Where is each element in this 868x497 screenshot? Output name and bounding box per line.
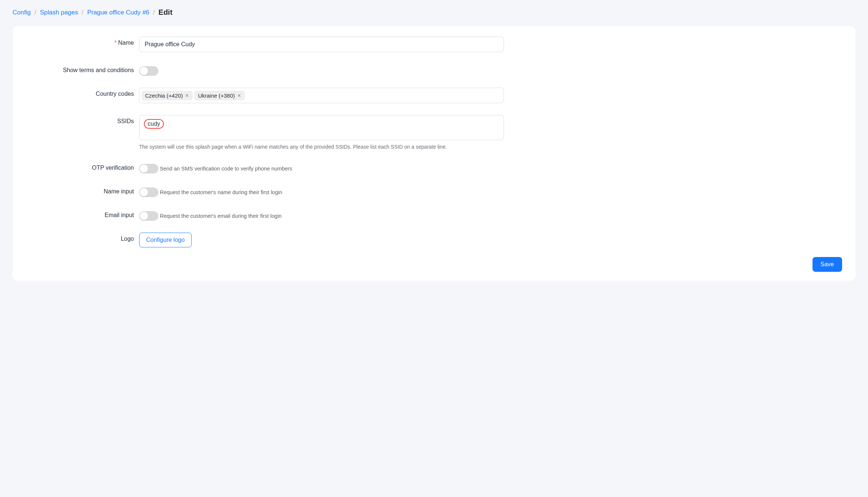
breadcrumb-separator: / [34, 9, 36, 16]
breadcrumb-current: Edit [158, 8, 172, 17]
country-tag-label: Ukraine (+380) [198, 92, 235, 99]
email-input-toggle[interactable] [139, 211, 158, 221]
breadcrumb: Config / Splash pages / Prague office Cu… [13, 0, 855, 26]
toggle-handle [140, 212, 148, 220]
label-email-input: Email input [26, 209, 139, 219]
label-otp: OTP verification [26, 162, 139, 171]
name-input-field[interactable] [139, 37, 504, 52]
row-name-input: Name input Request the customer's name d… [26, 185, 842, 197]
country-tag: Ukraine (+380) ✕ [195, 91, 245, 100]
row-otp: OTP verification Send an SMS verificatio… [26, 162, 842, 173]
toggle-handle [140, 165, 148, 173]
ssid-highlight: cudy [144, 119, 164, 129]
close-icon[interactable]: ✕ [237, 93, 241, 98]
terms-toggle[interactable] [139, 66, 158, 76]
breadcrumb-separator: / [153, 9, 155, 16]
row-ssids: SSIDs cudy The system will use this spla… [26, 115, 842, 150]
breadcrumb-separator: / [82, 9, 84, 16]
label-country-codes: Country codes [26, 88, 139, 97]
country-tag-label: Czechia (+420) [145, 92, 183, 99]
ssids-help: The system will use this splash page whe… [139, 144, 504, 150]
toggle-handle [140, 188, 148, 196]
row-country-codes: Country codes Czechia (+420) ✕ Ukraine (… [26, 88, 842, 103]
form-footer: Save [26, 254, 842, 272]
configure-logo-button[interactable]: Configure logo [139, 233, 192, 247]
ssids-textarea[interactable]: cudy [139, 115, 504, 140]
email-input-help: Request the customer's email during thei… [160, 213, 282, 219]
name-input-help: Request the customer's name during their… [160, 189, 282, 195]
country-tag: Czechia (+420) ✕ [142, 91, 192, 100]
breadcrumb-splash-pages[interactable]: Splash pages [40, 9, 78, 16]
breadcrumb-config[interactable]: Config [13, 9, 31, 16]
required-mark: * [114, 40, 117, 46]
breadcrumb-item-page[interactable]: Prague office Cudy #6 [87, 9, 149, 16]
toggle-handle [140, 67, 148, 75]
label-name-input: Name input [26, 185, 139, 195]
name-input-toggle[interactable] [139, 187, 158, 197]
otp-toggle[interactable] [139, 164, 158, 173]
otp-help: Send an SMS verification code to verify … [160, 166, 292, 172]
label-terms: Show terms and conditions [26, 64, 139, 74]
label-ssids: SSIDs [26, 115, 139, 125]
row-name: *Name [26, 37, 842, 52]
form-card: *Name Show terms and conditions Country … [13, 26, 855, 281]
row-terms: Show terms and conditions [26, 64, 842, 76]
close-icon[interactable]: ✕ [185, 93, 189, 98]
label-logo: Logo [26, 233, 139, 242]
row-email-input: Email input Request the customer's email… [26, 209, 842, 221]
label-name: *Name [26, 37, 139, 46]
row-logo: Logo Configure logo [26, 233, 842, 247]
country-codes-input[interactable]: Czechia (+420) ✕ Ukraine (+380) ✕ [139, 88, 504, 103]
save-button[interactable]: Save [813, 257, 842, 272]
